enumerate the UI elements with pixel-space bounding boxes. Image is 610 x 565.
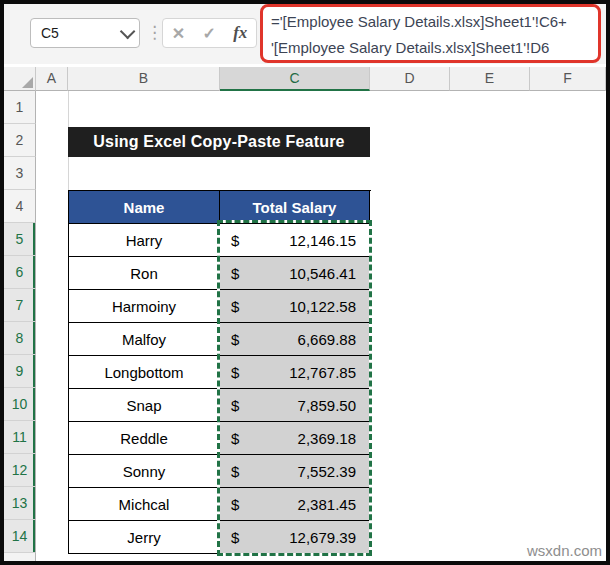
- name-box[interactable]: C5: [30, 18, 140, 48]
- row-header-12[interactable]: 12: [4, 454, 36, 487]
- row-header-4[interactable]: 4: [4, 190, 36, 223]
- header-cell-total-salary[interactable]: Total Salary: [220, 191, 370, 224]
- currency-symbol: $: [231, 496, 239, 513]
- column-headers: ABCDEF: [4, 67, 606, 91]
- name-cell-B6[interactable]: Ron: [69, 257, 220, 290]
- currency-symbol: $: [231, 232, 239, 249]
- name-cell-B13[interactable]: Michcal: [69, 488, 220, 521]
- table-row: Malfoy$6,669.88: [69, 323, 371, 356]
- table-row: Snap$7,859.50: [69, 389, 371, 422]
- currency-symbol: $: [231, 529, 239, 546]
- row-header-partial: [4, 553, 36, 561]
- salary-amount: 12,146.15: [289, 232, 356, 249]
- name-cell-B14[interactable]: Jerry: [69, 521, 220, 554]
- row-header-9[interactable]: 9: [4, 355, 36, 388]
- row-header-13[interactable]: 13: [4, 487, 36, 520]
- table-row: Reddle$2,369.18: [69, 422, 371, 455]
- row-header-11[interactable]: 11: [4, 421, 36, 454]
- salary-amount: 10,122.58: [289, 298, 356, 315]
- salary-cell-C14[interactable]: $12,679.39: [220, 521, 370, 554]
- name-box-value: C5: [41, 25, 120, 41]
- watermark: wsxdn.com: [527, 542, 602, 559]
- salary-cell-C6[interactable]: $10,546.41: [220, 257, 370, 290]
- salary-amount: 12,767.85: [289, 364, 356, 381]
- title-banner-text: Using Excel Copy-Paste Feature: [93, 133, 344, 151]
- name-cell-B5[interactable]: Harry: [69, 224, 220, 257]
- row-header-8[interactable]: 8: [4, 322, 36, 355]
- table-row: Jerry$12,679.39: [69, 521, 371, 554]
- salary-amount: 12,679.39: [289, 529, 356, 546]
- column-header-A[interactable]: A: [36, 67, 68, 91]
- insert-function-icon[interactable]: fx: [233, 23, 247, 43]
- name-cell-B12[interactable]: Sonny: [69, 455, 220, 488]
- row-header-5[interactable]: 5: [4, 223, 36, 256]
- salary-cell-C5[interactable]: $12,146.15: [220, 224, 370, 257]
- salary-amount: 10,546.41: [289, 265, 356, 282]
- enter-icon[interactable]: ✓: [202, 24, 215, 43]
- row-header-14[interactable]: 14: [4, 520, 36, 553]
- salary-cell-C7[interactable]: $10,122.58: [220, 290, 370, 323]
- salary-cell-C9[interactable]: $12,767.85: [220, 356, 370, 389]
- name-cell-B11[interactable]: Reddle: [69, 422, 220, 455]
- salary-amount: 6,669.88: [298, 331, 356, 348]
- currency-symbol: $: [231, 463, 239, 480]
- formula-bar[interactable]: ='[Employee Salary Details.xlsx]Sheet1'!…: [260, 4, 601, 63]
- header-cell-name[interactable]: Name: [69, 191, 220, 224]
- currency-symbol: $: [231, 331, 239, 348]
- salary-table: Name Total Salary Harry$12,146.15Ron$10,…: [68, 190, 371, 554]
- salary-cell-C12[interactable]: $7,552.39: [220, 455, 370, 488]
- row-header-10[interactable]: 10: [4, 388, 36, 421]
- column-header-C[interactable]: C: [220, 67, 370, 91]
- salary-cell-C8[interactable]: $6,669.88: [220, 323, 370, 356]
- column-header-B[interactable]: B: [68, 67, 220, 91]
- currency-symbol: $: [231, 397, 239, 414]
- select-all-triangle-icon: [22, 77, 33, 88]
- select-all-button[interactable]: [4, 67, 36, 91]
- name-cell-B7[interactable]: Harmoiny: [69, 290, 220, 323]
- formula-buttons-group: ✕ ✓ fx: [162, 18, 257, 48]
- cancel-icon[interactable]: ✕: [172, 24, 185, 43]
- currency-symbol: $: [231, 265, 239, 282]
- formula-line-2: '[Employee Salary Details.xlsx]Sheet1'!D…: [271, 35, 594, 61]
- table-row: Longbottom$12,767.85: [69, 356, 371, 389]
- salary-cell-C11[interactable]: $2,369.18: [220, 422, 370, 455]
- salary-amount: 2,381.45: [298, 496, 356, 513]
- currency-symbol: $: [231, 364, 239, 381]
- row-header-7[interactable]: 7: [4, 289, 36, 322]
- table-row: Sonny$7,552.39: [69, 455, 371, 488]
- row-header-1[interactable]: 1: [4, 91, 36, 124]
- name-cell-B9[interactable]: Longbottom: [69, 356, 220, 389]
- name-cell-B10[interactable]: Snap: [69, 389, 220, 422]
- table-row: Harry$12,146.15: [69, 224, 371, 257]
- formula-line-1: ='[Employee Salary Details.xlsx]Sheet1'!…: [271, 9, 594, 35]
- currency-symbol: $: [231, 430, 239, 447]
- column-header-E[interactable]: E: [450, 67, 530, 91]
- row-headers: 1234567891011121314: [4, 91, 36, 561]
- row-header-3[interactable]: 3: [4, 157, 36, 190]
- table-row: Michcal$2,381.45: [69, 488, 371, 521]
- row-header-6[interactable]: 6: [4, 256, 36, 289]
- salary-cell-C10[interactable]: $7,859.50: [220, 389, 370, 422]
- table-row: Ron$10,546.41: [69, 257, 371, 290]
- column-header-F[interactable]: F: [530, 67, 606, 91]
- column-header-D[interactable]: D: [370, 67, 450, 91]
- name-cell-B8[interactable]: Malfoy: [69, 323, 220, 356]
- chevron-down-icon[interactable]: [120, 23, 136, 39]
- title-banner[interactable]: Using Excel Copy-Paste Feature: [68, 127, 370, 157]
- excel-window: C5 ⋮ ✕ ✓ fx ='[Employee Salary Details.x…: [0, 0, 610, 565]
- salary-amount: 7,859.50: [298, 397, 356, 414]
- table-header-row: Name Total Salary: [69, 191, 371, 224]
- row-header-2[interactable]: 2: [4, 124, 36, 157]
- salary-amount: 2,369.18: [298, 430, 356, 447]
- table-row: Harmoiny$10,122.58: [69, 290, 371, 323]
- salary-amount: 7,552.39: [298, 463, 356, 480]
- salary-cell-C13[interactable]: $2,381.45: [220, 488, 370, 521]
- currency-symbol: $: [231, 298, 239, 315]
- formula-toolbar: C5 ⋮ ✕ ✓ fx ='[Employee Salary Details.x…: [4, 4, 606, 64]
- separator-dots-icon: ⋮: [146, 22, 163, 43]
